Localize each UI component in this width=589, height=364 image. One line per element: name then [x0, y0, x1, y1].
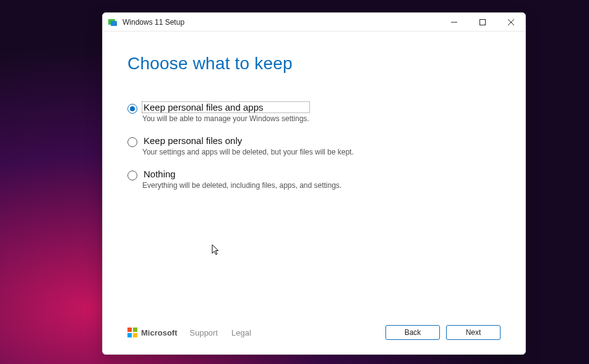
option-label: Keep personal files and apps — [142, 102, 309, 112]
radio-icon — [127, 137, 137, 147]
option-label: Keep personal files only — [142, 135, 354, 146]
content-area: Choose what to keep Keep personal files … — [103, 32, 525, 320]
option-text: Nothing Everything will be deleted, incl… — [142, 169, 342, 190]
back-button[interactable]: Back — [385, 325, 440, 340]
option-text: Keep personal files and apps You will be… — [142, 102, 309, 123]
support-link[interactable]: Support — [190, 328, 218, 337]
option-description: Your settings and apps will be deleted, … — [142, 148, 354, 156]
option-description: Everything will be deleted, including fi… — [142, 181, 342, 190]
app-icon — [108, 17, 118, 27]
legal-link[interactable]: Legal — [231, 328, 251, 337]
option-description: You will be able to manage your Windows … — [142, 114, 309, 123]
titlebar: Windows 11 Setup — [103, 13, 525, 32]
option-nothing[interactable]: Nothing Everything will be deleted, incl… — [127, 169, 501, 190]
microsoft-icon — [127, 328, 137, 337]
radio-icon — [127, 104, 137, 114]
radio-icon — [127, 171, 137, 180]
microsoft-logo: Microsoft — [127, 328, 178, 337]
window-title: Windows 11 Setup — [123, 18, 184, 27]
maximize-button[interactable] — [468, 13, 497, 32]
option-keep-files-only[interactable]: Keep personal files only Your settings a… — [127, 135, 501, 156]
option-text: Keep personal files only Your settings a… — [142, 135, 354, 156]
page-heading: Choose what to keep — [127, 54, 501, 74]
microsoft-text: Microsoft — [141, 328, 178, 337]
next-button[interactable]: Next — [446, 325, 501, 340]
minimize-button[interactable] — [440, 13, 468, 32]
footer: Microsoft Support Legal Back Next — [103, 320, 525, 354]
close-button[interactable] — [497, 13, 525, 32]
svg-rect-2 — [480, 19, 486, 25]
option-label: Nothing — [142, 169, 342, 179]
svg-rect-1 — [111, 21, 117, 26]
option-keep-files-and-apps[interactable]: Keep personal files and apps You will be… — [127, 102, 501, 123]
setup-window: Windows 11 Setup Choose what to keep Kee… — [102, 12, 526, 355]
window-controls — [440, 13, 525, 32]
